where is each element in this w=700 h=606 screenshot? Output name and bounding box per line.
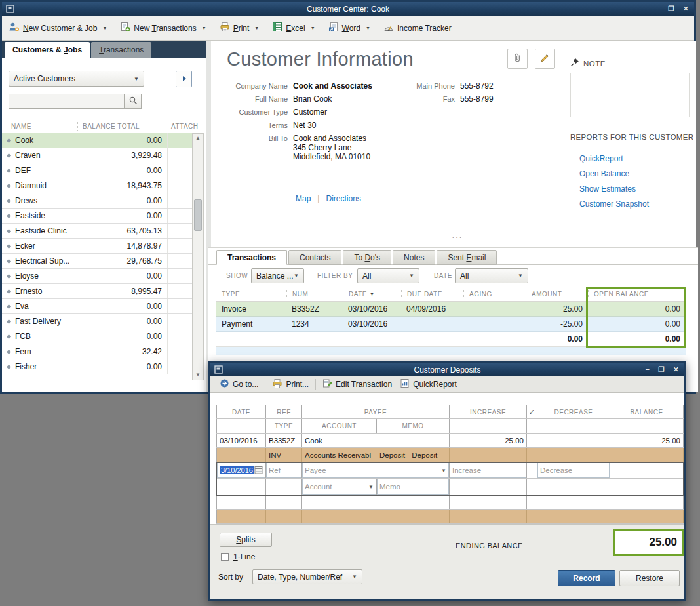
new-customer-job-button[interactable]: New Customer & Job ▼: [9, 22, 107, 34]
list-item[interactable]: Cook0.00: [2, 133, 192, 148]
checkbox-label: 1-Line: [233, 552, 255, 561]
attach-button[interactable]: [507, 49, 528, 69]
show-filter-dropdown[interactable]: Balance ...▼: [251, 268, 304, 283]
splits-button[interactable]: Splits: [220, 533, 272, 547]
ref-input[interactable]: Ref: [266, 462, 302, 478]
resize-handle[interactable]: ···: [452, 232, 463, 242]
diamond-icon: [7, 304, 11, 308]
open-balance-link[interactable]: Open Balance: [579, 169, 629, 178]
list-item[interactable]: Fast Delivery0.00: [2, 314, 192, 329]
titlebar[interactable]: Customer Center: Cook − ❐ ✕: [2, 2, 694, 16]
quickreport-button[interactable]: QuickReport: [396, 378, 461, 390]
tab-notes[interactable]: Notes: [393, 250, 435, 265]
payee-dropdown[interactable]: Payee▼: [302, 462, 450, 478]
minimize-button[interactable]: −: [655, 5, 659, 12]
list-item[interactable]: Drews0.00: [2, 193, 192, 209]
chevron-down-icon: ▼: [134, 76, 139, 82]
register-empty-row[interactable]: [216, 510, 684, 524]
cell-aging: [463, 302, 526, 316]
scroll-down-icon[interactable]: ▼: [195, 371, 201, 380]
date-filter-dropdown[interactable]: All▼: [455, 268, 528, 283]
column-header: REF: [266, 405, 302, 418]
new-customer-icon: [9, 22, 20, 34]
calendar-icon[interactable]: [254, 466, 263, 475]
search-input[interactable]: [9, 94, 125, 109]
maximize-button[interactable]: ❐: [658, 366, 665, 373]
customer-snapshot-link[interactable]: Customer Snapshot: [579, 199, 649, 209]
cell-num: 1234: [286, 317, 343, 331]
list-item[interactable]: Fern32.42: [2, 344, 192, 359]
one-line-option[interactable]: 1-Line: [221, 552, 255, 561]
tab-contacts[interactable]: Contacts: [288, 250, 341, 265]
income-tracker-button[interactable]: Income Tracker: [383, 22, 452, 34]
filter-by-dropdown[interactable]: All▼: [357, 268, 419, 283]
go-to-icon: [220, 378, 229, 390]
list-item[interactable]: Ecker14,878.97: [2, 239, 192, 254]
field-label: Full Name: [227, 94, 288, 104]
table-row[interactable]: Payment 1234 03/10/2016 -25.00 0.00: [216, 317, 686, 332]
customer-filter-dropdown[interactable]: Active Customers ▼: [9, 71, 144, 87]
list-item[interactable]: Electrical Sup...29,768.75: [2, 254, 192, 269]
list-item[interactable]: Eastside0.00: [2, 209, 192, 224]
go-to-button[interactable]: Go to...: [216, 378, 262, 390]
word-button[interactable]: Word ▼: [328, 22, 370, 34]
account-dropdown[interactable]: Account▼: [302, 479, 377, 495]
column-header: PAYEE: [302, 405, 450, 418]
list-item[interactable]: Eva0.00: [2, 299, 192, 314]
register-empty-row[interactable]: [216, 495, 684, 510]
list-item[interactable]: Craven3,929.48: [2, 148, 192, 163]
close-button[interactable]: ✕: [683, 5, 689, 12]
edit-transaction-button[interactable]: Edit Transaction: [319, 378, 396, 390]
register-entry-row[interactable]: 03/10/2016 B3352Z Cook 25.00 25.00: [216, 434, 684, 448]
list-item[interactable]: Ernesto8,995.47: [2, 284, 192, 299]
titlebar[interactable]: Customer Deposits − ❐ ✕: [210, 363, 684, 376]
excel-button[interactable]: Excel ▼: [272, 22, 315, 34]
memo-input[interactable]: Memo: [377, 479, 450, 495]
list-item[interactable]: FCB0.00: [2, 329, 192, 344]
list-item[interactable]: Eastside Clinic63,705.13: [2, 224, 192, 239]
scrollbar-thumb[interactable]: [194, 199, 202, 231]
date-input[interactable]: 3/10/2016: [216, 462, 266, 478]
sort-by-dropdown[interactable]: Date, Type, Number/Ref▼: [252, 569, 362, 584]
print-button[interactable]: Print...: [268, 378, 313, 391]
column-header-date-sort[interactable]: DATE▼: [343, 290, 401, 298]
customer-attach: [168, 148, 192, 163]
restore-button[interactable]: Restore: [619, 570, 680, 586]
tab-todos[interactable]: To Do's: [343, 250, 391, 265]
pencil-icon: [540, 53, 550, 65]
tab-transactions-pane[interactable]: Transactions: [216, 250, 287, 265]
show-estimates-link[interactable]: Show Estimates: [579, 184, 636, 193]
edit-customer-button[interactable]: [535, 49, 555, 69]
directions-link[interactable]: Directions: [326, 194, 360, 203]
window-icon: [6, 5, 14, 13]
record-button[interactable]: Record: [558, 570, 615, 586]
list-item[interactable]: Eloyse0.00: [2, 269, 192, 284]
maximize-button[interactable]: ❐: [668, 5, 674, 12]
scroll-up-icon[interactable]: ▲: [195, 134, 201, 143]
column-header: INCREASE: [450, 405, 527, 418]
increase-input[interactable]: Increase: [450, 462, 527, 478]
bill-to-address: Cook and Associates 345 Cherry Lane Midd…: [293, 134, 370, 161]
minimize-button[interactable]: −: [645, 366, 649, 373]
collapse-panel-button[interactable]: [176, 71, 192, 87]
close-button[interactable]: ✕: [673, 366, 679, 373]
list-item[interactable]: Fisher0.00: [2, 359, 192, 374]
tab-sent-email[interactable]: Sent Email: [437, 250, 497, 265]
list-item[interactable]: Diarmuid18,943.75: [2, 178, 192, 193]
print-button[interactable]: Print ▼: [220, 22, 260, 34]
cell-date: 03/10/2016: [343, 302, 401, 316]
map-link[interactable]: Map: [296, 194, 311, 203]
search-button[interactable]: [125, 94, 142, 109]
toolbar-label: Go to...: [233, 380, 258, 389]
tab-transactions[interactable]: Transactions: [91, 42, 151, 58]
one-line-checkbox[interactable]: [221, 553, 229, 561]
new-transactions-button[interactable]: New Transactions ▼: [120, 22, 206, 34]
register-entry-detail-row[interactable]: INV Accounts Receivabl Deposit - Deposit: [216, 448, 684, 462]
scrollbar[interactable]: ▲ ▼: [192, 133, 204, 380]
table-row[interactable]: Invoice B3352Z 03/10/2016 04/09/2016 25.…: [216, 302, 686, 317]
list-item[interactable]: DEF0.00: [2, 163, 192, 178]
tab-customers-jobs[interactable]: Customers & Jobs: [5, 42, 90, 58]
quickreport-link[interactable]: QuickReport: [579, 154, 623, 163]
decrease-input[interactable]: Decrease: [537, 462, 610, 478]
note-header: NOTE: [570, 58, 606, 69]
